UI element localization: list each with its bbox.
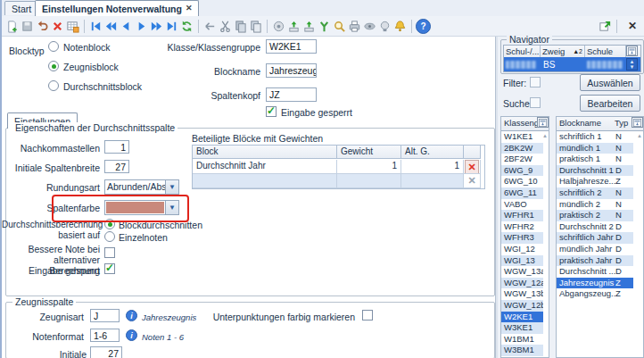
scroll-up-icon[interactable]: ▲ [637, 133, 642, 138]
data-grid-icon[interactable] [65, 19, 80, 34]
nachkommastellen-input[interactable]: 1 [104, 140, 129, 154]
radio-blockdurchschnitten[interactable] [104, 219, 115, 229]
column-header-gewicht[interactable]: Gewicht [337, 146, 401, 159]
gewicht-cell[interactable]: 1 [337, 160, 401, 174]
delete-row-icon[interactable]: ✕ [465, 160, 479, 174]
new-record-icon[interactable] [4, 19, 20, 34]
cut-icon[interactable] [218, 19, 233, 34]
radio-durchschnittsblock[interactable] [48, 80, 59, 91]
radio-notenblock[interactable] [48, 41, 59, 52]
list-item[interactable]: Abgangszeug...Z [557, 288, 633, 300]
list-item[interactable]: WGI_12 [501, 244, 543, 255]
close-icon[interactable]: ✕ [621, 20, 644, 32]
eingabe-gesperrt-checkbox[interactable] [104, 263, 115, 274]
radio-zeugnisblock[interactable] [48, 61, 59, 71]
list-item[interactable]: VABO [501, 199, 543, 211]
field-chooser-icon[interactable] [626, 46, 638, 56]
bessere-note-checkbox[interactable] [104, 247, 115, 258]
spaltenfarbe-dropdown[interactable]: ▼ [104, 200, 179, 215]
column-header-klassengruppe[interactable]: Klassengru... [501, 117, 537, 130]
list-item[interactable]: W1BM1 [501, 334, 543, 346]
undo-icon[interactable] [35, 19, 50, 34]
spaltenkopf-input[interactable]: JZ [266, 87, 317, 102]
mention-icon[interactable] [271, 19, 286, 34]
field-chooser-icon[interactable] [537, 117, 549, 128]
chevron-down-icon[interactable]: ▼ [165, 201, 178, 214]
print-icon[interactable] [347, 19, 362, 34]
list-item[interactable]: WGI_13 [501, 255, 543, 267]
paste-icon[interactable] [248, 19, 263, 34]
list-item[interactable]: praktisch 1N [557, 154, 633, 165]
list-item[interactable]: schriftlich JahrD [557, 232, 633, 244]
list-item[interactable]: Durchschnitt 1D [557, 165, 633, 177]
unterpunktungen-checkbox[interactable] [362, 310, 373, 321]
list-item[interactable]: mündlich 2N [557, 199, 633, 211]
help-icon[interactable]: ? [416, 19, 431, 34]
list-item[interactable]: mündlich JahrD [557, 244, 633, 255]
close-icon[interactable]: ✕ [186, 4, 193, 12]
list-item[interactable]: WGW_12a [501, 278, 543, 289]
list-item[interactable]: praktisch JahrD [557, 255, 633, 267]
suche-input[interactable] [530, 97, 541, 108]
nav-next-fast-icon[interactable] [149, 19, 164, 34]
column-header-schule[interactable]: Schule [585, 46, 626, 57]
tab-einstellungen-notenverwaltung[interactable]: Einstellungen Notenverwaltung ✕ [35, 0, 199, 16]
alerts-icon[interactable] [392, 19, 408, 34]
list-item[interactable]: WGW_12b [501, 300, 543, 312]
list-item[interactable]: Durchschnitt 2D [557, 221, 633, 233]
alt-g-cell[interactable]: 1 [401, 160, 464, 174]
rundungsart-dropdown[interactable]: Abrunden/Abschneiden ▼ [104, 179, 179, 195]
klasse-input[interactable]: W2KE1 [266, 39, 317, 54]
list-item[interactable]: Durchschnitt ...D [557, 266, 633, 278]
list-item[interactable]: 6WG_11 [501, 187, 543, 199]
alt-g-cell-empty[interactable] [401, 174, 464, 188]
scroll-up-icon[interactable]: ▲ [542, 133, 548, 138]
list-item[interactable]: WGW_13b [501, 288, 543, 300]
list-item[interactable]: WFHR2 [501, 221, 543, 233]
list-item[interactable]: 2BF2W [501, 154, 543, 165]
delete-icon[interactable] [50, 19, 65, 34]
nav-next-icon[interactable] [134, 19, 149, 34]
column-header-typ[interactable]: Typ [612, 117, 632, 130]
list-item[interactable]: JahreszeugnisZ [557, 278, 633, 289]
table-row[interactable]: Durchschnitt Jahr11✕ [193, 160, 484, 174]
list-item[interactable]: schriftlich 2N [557, 187, 633, 199]
list-item[interactable]: 6WG_10 [501, 176, 543, 187]
initiale-spaltenbreite-input[interactable]: 27 [104, 160, 129, 173]
list-item[interactable]: W3BM1 [501, 345, 543, 356]
delete-row-cell[interactable]: ✕ [464, 160, 481, 174]
list-item[interactable]: WGW_13a [501, 266, 543, 278]
zeugnisart-input[interactable]: J [90, 309, 120, 322]
list-item[interactable]: WFHR1 [501, 210, 543, 221]
auswaehlen-button[interactable]: Auswählen [580, 74, 640, 91]
nav-prev-icon[interactable] [119, 19, 134, 34]
list-item[interactable]: W2KE1 [501, 312, 543, 323]
merge-icon[interactable] [317, 19, 332, 34]
list-item[interactable]: WFHR3 [501, 232, 543, 244]
copy-icon[interactable] [233, 19, 248, 34]
list-item[interactable]: W3KE1 [501, 322, 543, 334]
column-header-zweig[interactable]: Zweig ▲2 [541, 46, 585, 57]
search-icon[interactable] [332, 19, 347, 34]
column-header-blockname[interactable]: Blockname [557, 117, 612, 130]
blockname-input[interactable]: Jahreszeugnis [266, 63, 317, 78]
chevron-down-icon[interactable]: ▼ [165, 180, 178, 194]
gewicht-cell-empty[interactable] [337, 174, 401, 188]
list-item[interactable]: 2BK2W [501, 143, 543, 154]
table-new-row[interactable]: ✕ [193, 174, 484, 188]
back-arrow-icon[interactable] [202, 19, 218, 34]
nav-first-icon[interactable] [88, 19, 103, 34]
save-icon[interactable] [20, 19, 35, 34]
list-item[interactable]: W1KE1 [501, 131, 543, 143]
list-item[interactable]: schriftlich 1N [557, 131, 633, 143]
nav-last-icon[interactable] [164, 19, 179, 34]
list-item[interactable]: 6WG_9 [501, 165, 543, 177]
import-icon[interactable] [286, 19, 301, 34]
radio-einzelnoten[interactable] [104, 231, 115, 242]
nav-prev-fast-icon[interactable] [103, 19, 119, 34]
list-item[interactable]: mündlich 1N [557, 143, 633, 154]
row-spinner[interactable]: ▲▼ [626, 58, 638, 71]
initiale-spaltenbreite2-input[interactable]: 27 [90, 346, 122, 358]
column-header-block[interactable]: Block [193, 146, 337, 159]
export-icon[interactable] [301, 19, 317, 34]
